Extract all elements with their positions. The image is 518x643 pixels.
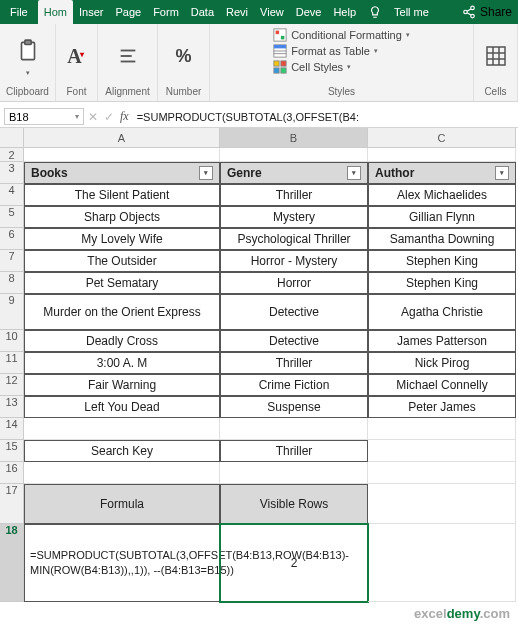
tab-insert[interactable]: Inser <box>73 0 109 24</box>
row-header[interactable]: 3 <box>0 162 24 184</box>
cell[interactable]: Horror <box>220 272 368 294</box>
books-header[interactable]: Books▾ <box>24 162 220 184</box>
cell[interactable]: Detective <box>220 330 368 352</box>
cell[interactable]: Nick Pirog <box>368 352 516 374</box>
search-key-label[interactable]: Search Key <box>24 440 220 462</box>
row-header[interactable]: 5 <box>0 206 24 228</box>
cell[interactable]: Gillian Flynn <box>368 206 516 228</box>
cell[interactable]: My Lovely Wife <box>24 228 220 250</box>
cancel-icon[interactable]: ✕ <box>88 110 98 124</box>
genre-header[interactable]: Genre▾ <box>220 162 368 184</box>
cell[interactable]: Sharp Objects <box>24 206 220 228</box>
cell[interactable]: Peter James <box>368 396 516 418</box>
select-all-corner[interactable] <box>0 128 24 148</box>
cell[interactable] <box>24 148 220 162</box>
tab-formulas[interactable]: Form <box>147 0 185 24</box>
row-header[interactable]: 10 <box>0 330 24 352</box>
spreadsheet-grid[interactable]: A B C 2 3 Books▾ Genre▾ Author▾ 4 The Si… <box>0 128 518 602</box>
tab-developer[interactable]: Deve <box>290 0 328 24</box>
tab-view[interactable]: View <box>254 0 290 24</box>
alignment-button[interactable] <box>112 40 144 72</box>
cell[interactable] <box>368 462 516 484</box>
formula-input[interactable] <box>133 106 518 127</box>
menu-file[interactable]: File <box>0 0 38 24</box>
cell[interactable]: Crime Fiction <box>220 374 368 396</box>
col-header-b[interactable]: B <box>220 128 368 148</box>
number-button[interactable]: % <box>168 40 200 72</box>
cell[interactable] <box>368 418 516 440</box>
row-header[interactable]: 13 <box>0 396 24 418</box>
cell[interactable]: Psychological Thriller <box>220 228 368 250</box>
conditional-formatting-button[interactable]: Conditional Formatting▾ <box>273 28 410 42</box>
cell[interactable]: Pet Sematary <box>24 272 220 294</box>
row-header[interactable]: 7 <box>0 250 24 272</box>
share-button[interactable]: Share <box>456 0 518 24</box>
formula-header[interactable]: Formula <box>24 484 220 524</box>
visible-rows-header[interactable]: Visible Rows <box>220 484 368 524</box>
author-header[interactable]: Author▾ <box>368 162 516 184</box>
cell[interactable]: Stephen King <box>368 250 516 272</box>
row-header[interactable]: 2 <box>0 148 24 162</box>
cell[interactable]: Murder on the Orient Express <box>24 294 220 330</box>
cell[interactable] <box>368 440 516 462</box>
name-box[interactable]: B18▾ <box>4 108 84 125</box>
row-header[interactable]: 18 <box>0 524 24 602</box>
row-header[interactable]: 4 <box>0 184 24 206</box>
cell[interactable]: Mystery <box>220 206 368 228</box>
cell[interactable] <box>368 484 516 524</box>
tab-review[interactable]: Revi <box>220 0 254 24</box>
font-button[interactable]: A▾ <box>61 40 93 72</box>
cell[interactable]: Deadly Cross <box>24 330 220 352</box>
tellme-icon[interactable] <box>362 0 388 24</box>
formula-cell[interactable]: =SUMPRODUCT(SUBTOTAL(3,OFFSET(B4:B13,ROW… <box>24 524 220 602</box>
col-header-c[interactable]: C <box>368 128 516 148</box>
tab-data[interactable]: Data <box>185 0 220 24</box>
cell[interactable]: Suspense <box>220 396 368 418</box>
cell[interactable]: Samantha Downing <box>368 228 516 250</box>
cell[interactable]: Alex Michaelides <box>368 184 516 206</box>
row-header[interactable]: 14 <box>0 418 24 440</box>
cell[interactable]: Left You Dead <box>24 396 220 418</box>
cell[interactable]: 3:00 A. M <box>24 352 220 374</box>
paste-button[interactable] <box>12 35 44 67</box>
cell[interactable]: Fair Warning <box>24 374 220 396</box>
cell[interactable]: The Silent Patient <box>24 184 220 206</box>
cell[interactable] <box>24 462 220 484</box>
cell[interactable]: Stephen King <box>368 272 516 294</box>
cell[interactable]: Michael Connelly <box>368 374 516 396</box>
row-header[interactable]: 6 <box>0 228 24 250</box>
cell[interactable] <box>368 148 516 162</box>
row-header[interactable]: 9 <box>0 294 24 330</box>
cell[interactable] <box>220 418 368 440</box>
search-key-value[interactable]: Thriller <box>220 440 368 462</box>
filter-button[interactable]: ▾ <box>199 166 213 180</box>
row-header[interactable]: 12 <box>0 374 24 396</box>
tab-help[interactable]: Help <box>327 0 362 24</box>
cell[interactable]: The Outsider <box>24 250 220 272</box>
filter-button[interactable]: ▾ <box>495 166 509 180</box>
tellme-text[interactable]: Tell me <box>388 0 435 24</box>
cell[interactable]: Horror - Mystery <box>220 250 368 272</box>
cell[interactable] <box>24 418 220 440</box>
visible-rows-result[interactable]: 2 <box>220 524 368 602</box>
cell[interactable] <box>220 148 368 162</box>
accept-icon[interactable]: ✓ <box>104 110 114 124</box>
row-header[interactable]: 11 <box>0 352 24 374</box>
tab-page[interactable]: Page <box>109 0 147 24</box>
cell[interactable] <box>368 524 516 602</box>
row-header[interactable]: 16 <box>0 462 24 484</box>
cells-button[interactable] <box>480 40 512 72</box>
row-header[interactable]: 15 <box>0 440 24 462</box>
cell[interactable]: Thriller <box>220 352 368 374</box>
cell-styles-button[interactable]: Cell Styles▾ <box>273 60 351 74</box>
filter-button[interactable]: ▾ <box>347 166 361 180</box>
cell[interactable]: Detective <box>220 294 368 330</box>
tab-home[interactable]: Hom <box>38 0 73 24</box>
format-as-table-button[interactable]: Format as Table▾ <box>273 44 378 58</box>
cell[interactable]: Thriller <box>220 184 368 206</box>
col-header-a[interactable]: A <box>24 128 220 148</box>
cell[interactable]: James Patterson <box>368 330 516 352</box>
chevron-down-icon[interactable]: ▾ <box>26 69 30 77</box>
row-header[interactable]: 17 <box>0 484 24 524</box>
cell[interactable]: Agatha Christie <box>368 294 516 330</box>
